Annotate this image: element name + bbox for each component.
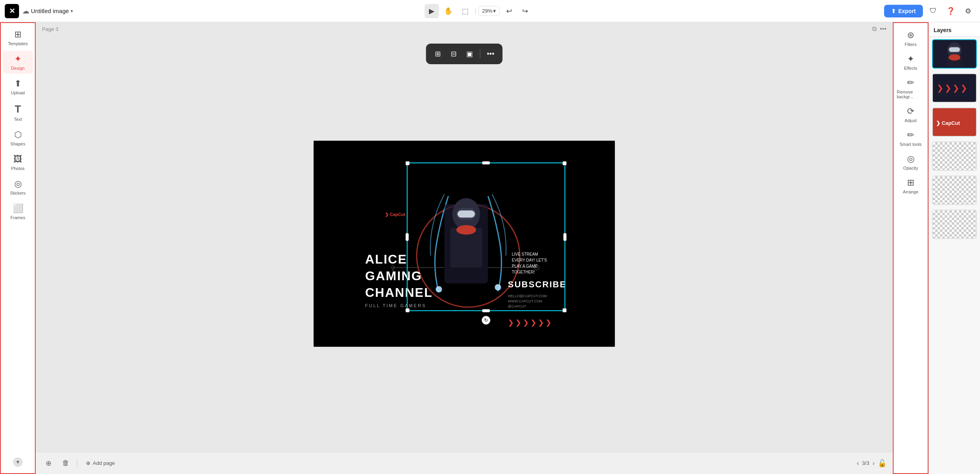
- layer-thumb-arrows: ❯❯❯❯: [933, 74, 976, 102]
- undo-redo-group: ↩ ↪: [502, 4, 532, 18]
- smart-tools-icon: ✏: [907, 130, 914, 140]
- effects-tool[interactable]: ✦ Effects: [895, 50, 926, 73]
- effects-icon: ✦: [907, 54, 914, 64]
- layer-item-check2[interactable]: [932, 176, 977, 205]
- svg-text:@CAPCUT: @CAPCUT: [508, 304, 526, 308]
- adjust-tool[interactable]: ⟳ Adjust: [895, 102, 926, 125]
- page-nav: ‹ 3/3 › 🔓: [857, 459, 886, 468]
- filters-label: Filters: [905, 42, 917, 47]
- canvas-viewport[interactable]: ⊞ ⊟ ▣ •••: [36, 36, 893, 452]
- sidebar-item-text[interactable]: T Text: [3, 100, 33, 125]
- arrange-icon: ⊞: [907, 178, 914, 188]
- canvas-area: Page 3 ⧉ ••• ⊞ ⊟ ▣ •••: [36, 22, 893, 474]
- adjust-label: Adjust: [905, 118, 917, 123]
- arrange-label: Arrange: [903, 189, 918, 194]
- add-layer-button[interactable]: ⊕: [42, 457, 55, 470]
- tool-panel: ⊛ Filters ✦ Effects ✏ Remove backgr... ⟳…: [893, 22, 928, 474]
- layer-item-person[interactable]: [932, 39, 977, 69]
- add-page-icon: ⊕: [86, 460, 90, 466]
- add-page-button[interactable]: ⊕ Add page: [82, 458, 119, 468]
- document-title[interactable]: Untitled image: [31, 8, 69, 14]
- title-chevron-icon[interactable]: ▾: [71, 8, 73, 14]
- canvas-bottom: ⊕ 🗑 ⊕ Add page ‹ 3/3 › 🔓: [36, 452, 893, 474]
- filters-tool[interactable]: ⊛ Filters: [895, 26, 926, 49]
- float-btn-mask[interactable]: ▣: [463, 47, 477, 61]
- svg-text:GAMING: GAMING: [365, 269, 422, 283]
- arrange-tool[interactable]: ⊞ Arrange: [895, 174, 926, 197]
- svg-text:HELLO@CAPCUT.COM: HELLO@CAPCUT.COM: [508, 294, 547, 298]
- layer-item-arrows[interactable]: ❯❯❯❯: [932, 73, 977, 103]
- svg-text:❯ CapCut: ❯ CapCut: [385, 212, 406, 217]
- float-btn-grid[interactable]: ⊟: [447, 47, 461, 61]
- smart-tools-tool[interactable]: ✏ Smart tools: [895, 126, 926, 149]
- sidebar-label-upload: Upload: [11, 90, 25, 95]
- page-counter: 3/3: [862, 460, 869, 466]
- delete-button[interactable]: 🗑: [59, 457, 72, 470]
- text-icon: T: [15, 103, 21, 115]
- svg-text:LIVE STREAM: LIVE STREAM: [512, 252, 538, 256]
- frame-tool-button[interactable]: ⬚: [458, 4, 472, 18]
- zoom-value: 29%: [482, 8, 492, 14]
- settings-button[interactable]: ⚙: [961, 4, 975, 18]
- topbar-tools: ▶ ✋ ⬚ | 29% ▾ ↩ ↪: [425, 4, 532, 18]
- design-canvas[interactable]: ❯ CapCut ALICE GAMING CHANNEL FULL TIME …: [314, 141, 615, 347]
- svg-rect-32: [949, 47, 960, 52]
- main-layout: ⊞ Templates ✦ Design ⬆ Upload T Text ⬡ S…: [0, 22, 980, 474]
- layer-thumb-checker2: [933, 176, 976, 204]
- collapse-button[interactable]: ▼: [13, 457, 23, 467]
- sidebar-item-templates[interactable]: ⊞ Templates: [3, 26, 33, 49]
- export-button[interactable]: ⬆ Export: [884, 5, 923, 17]
- layer-thumb-capcut: ❯ CapCut: [933, 108, 976, 136]
- next-page-button[interactable]: ›: [873, 460, 875, 467]
- float-tb-separator: [480, 49, 480, 59]
- more-options-icon[interactable]: •••: [880, 25, 886, 32]
- bottom-separator: [77, 459, 77, 468]
- topbar: ✕ ☁ Untitled image ▾ ▶ ✋ ⬚ | 29% ▾ ↩ ↪ ⬆…: [0, 0, 980, 22]
- remove-bg-label: Remove backgr...: [897, 90, 924, 99]
- sidebar-item-stickers[interactable]: ◎ Stickers: [3, 176, 33, 199]
- filters-icon: ⊛: [907, 30, 914, 40]
- opacity-tool[interactable]: ◎ Opacity: [895, 150, 926, 173]
- sidebar-item-shapes[interactable]: ⬡ Shapes: [3, 126, 33, 149]
- float-btn-crop[interactable]: ⊞: [431, 47, 445, 61]
- prev-page-button[interactable]: ‹: [857, 460, 859, 467]
- app-logo: ✕: [5, 4, 19, 18]
- svg-point-34: [949, 54, 961, 61]
- undo-button[interactable]: ↩: [502, 4, 516, 18]
- shield-button[interactable]: 🛡: [926, 4, 940, 18]
- remove-bg-tool[interactable]: ✏ Remove backgr...: [895, 74, 926, 101]
- lock-icon: 🔓: [878, 459, 886, 468]
- sidebar-item-upload[interactable]: ⬆ Upload: [3, 75, 33, 98]
- export-label: Export: [898, 8, 916, 14]
- cursor-tool-button[interactable]: ▶: [425, 4, 439, 18]
- sidebar-label-shapes: Shapes: [10, 141, 25, 146]
- layer-thumb-checker3: [933, 210, 976, 238]
- copy-icon[interactable]: ⧉: [872, 25, 877, 32]
- zoom-control[interactable]: 29% ▾: [479, 6, 500, 16]
- hand-tool-button[interactable]: ✋: [441, 4, 456, 18]
- photos-icon: 🖼: [13, 154, 22, 164]
- sidebar-item-design[interactable]: ✦ Design: [3, 51, 33, 74]
- svg-point-9: [456, 225, 476, 235]
- zoom-chevron-icon: ▾: [493, 8, 496, 14]
- canvas-svg: ❯ CapCut ALICE GAMING CHANNEL FULL TIME …: [314, 141, 615, 347]
- redo-button[interactable]: ↪: [518, 4, 532, 18]
- layer-item-check1[interactable]: [932, 141, 977, 171]
- help-button[interactable]: ❓: [944, 4, 958, 18]
- layer-item-capcut[interactable]: ❯ CapCut: [932, 107, 977, 137]
- frames-icon: ⬜: [13, 203, 23, 214]
- layers-header: Layers: [929, 22, 980, 37]
- upload-icon: ⬆: [14, 78, 21, 89]
- svg-rect-7: [457, 210, 475, 218]
- svg-text:❯ CapCut: ❯ CapCut: [936, 120, 960, 126]
- float-btn-more[interactable]: •••: [484, 47, 498, 61]
- add-page-label: Add page: [93, 460, 115, 466]
- sidebar-item-photos[interactable]: 🖼 Photos: [3, 151, 33, 174]
- sidebar-label-templates: Templates: [8, 41, 28, 46]
- topbar-right: ⬆ Export 🛡 ❓ ⚙: [884, 4, 975, 18]
- effects-label: Effects: [904, 66, 917, 71]
- layer-item-check3[interactable]: [932, 210, 977, 239]
- sidebar-item-frames[interactable]: ⬜ Frames: [3, 200, 33, 223]
- float-toolbar: ⊞ ⊟ ▣ •••: [426, 44, 503, 64]
- title-group: ☁ Untitled image ▾: [22, 7, 73, 15]
